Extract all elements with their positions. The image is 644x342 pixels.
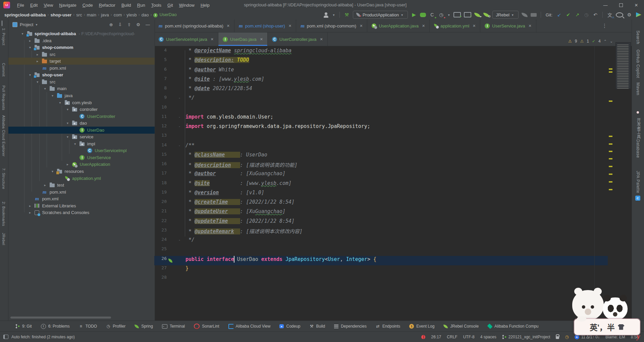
line-number[interactable]: 6	[154, 67, 167, 72]
close-icon[interactable]: ✕	[320, 37, 323, 42]
minimize-button[interactable]: —	[598, 0, 613, 10]
code-line-28[interactable]: 28	[154, 275, 608, 284]
chevron-right-icon[interactable]: ▸	[42, 183, 48, 187]
weak-warning-icon[interactable]: ⚠	[580, 39, 584, 44]
breadcrumb-shop-user[interactable]: shop-user	[49, 12, 73, 17]
tree-row-impl[interactable]: ▾impl	[8, 140, 155, 147]
git-push-icon[interactable]: ↗	[574, 11, 580, 18]
tree-row-application-yml[interactable]: application.yml	[8, 175, 155, 182]
tab-pom-xml-shop-user[interactable]: mpom.xml (shop-user)✕	[234, 19, 296, 32]
hotswap-run-icon[interactable]: ▸	[453, 12, 461, 17]
tab-pom-xml-springcloud-alibaba[interactable]: mpom.xml (springcloud-alibaba)✕	[154, 19, 234, 32]
toolwindow-button-terminal[interactable]: >Terminal	[162, 324, 185, 329]
chevron-right-icon[interactable]: ▸	[27, 211, 33, 214]
readonly-toggle[interactable]	[556, 335, 559, 339]
tree-row-main[interactable]: ▾main	[8, 85, 155, 92]
breadcrumb-java[interactable]: java	[99, 12, 111, 17]
fold-marker-icon[interactable]: ˆ	[176, 123, 183, 133]
toolwindow-button-codeup[interactable]: ▸Codeup	[279, 324, 300, 329]
close-icon[interactable]: ✕	[260, 37, 263, 42]
chevron-right-icon[interactable]: ▸	[27, 39, 33, 43]
toolwindow-button-build[interactable]: ⚒Build	[310, 324, 325, 329]
warning-icon[interactable]: ⚠	[568, 39, 572, 44]
close-button[interactable]: ✕	[629, 0, 644, 10]
expand-all-icon[interactable]: ⇩	[118, 22, 122, 27]
code-line-8[interactable]: 8 * @date 2022/1/228:54	[154, 85, 608, 95]
menu-refactor[interactable]: Refactor	[96, 3, 118, 8]
settings-icon[interactable]: ⚙	[626, 11, 632, 18]
translate-icon[interactable]: 文A	[607, 11, 613, 18]
fold-marker-icon[interactable]: ˆ	[176, 237, 183, 246]
line-number[interactable]: 16	[154, 161, 167, 166]
menu-help[interactable]: Help	[198, 3, 213, 8]
close-icon[interactable]: ✕	[360, 24, 363, 28]
breadcrumb-ylesb[interactable]: ylesb	[125, 12, 138, 17]
toolwindow-button-alibaba-cloud-view[interactable]: Alibaba Cloud View	[228, 324, 271, 329]
toolwindow-button-dependencies[interactable]: Dependencies	[334, 324, 367, 329]
tree-row-userdao[interactable]: IUserDao	[8, 127, 155, 134]
jrebel-combo[interactable]: JRebel▾	[492, 11, 518, 19]
chevron-down-icon[interactable]: ▾	[20, 32, 25, 36]
fold-marker-icon[interactable]: ˇ	[176, 142, 183, 152]
stripe-item-pull-requests[interactable]: Pull Requests	[2, 85, 6, 110]
code-line-6[interactable]: 6 * @author White	[154, 67, 608, 76]
code-line-22[interactable]: 22 * @updateTime : [2022/1/22 8:54]	[154, 218, 608, 227]
stripe-item-jrebel[interactable]: JRebel	[2, 233, 6, 245]
tab-userapplication-java[interactable]: UserApplication.java✕	[367, 19, 430, 32]
line-number[interactable]: 5	[154, 57, 167, 62]
stop-disabled-icon[interactable]	[531, 13, 537, 17]
toolwindow-button-spring[interactable]: Spring	[135, 324, 153, 329]
chevron-right-icon[interactable]: ▸	[65, 162, 70, 166]
close-icon[interactable]: ✕	[227, 24, 230, 28]
locate-icon[interactable]: ⊕	[109, 22, 113, 27]
code-line-9[interactable]: 9ˆ */	[154, 95, 608, 104]
tree-row-external-libraries[interactable]: ▸External Libraries	[8, 202, 155, 209]
horizontal-scrollbar[interactable]	[10, 317, 111, 319]
toolwindow-button-6-problems[interactable]: !6: Problems	[41, 324, 70, 329]
menu-edit[interactable]: Edit	[27, 3, 41, 8]
tree-row-java[interactable]: ▾java	[8, 92, 155, 99]
code-line-26[interactable]: 26public interface UserDao extends JpaRe…	[154, 256, 608, 265]
stripe-item-开发者工具[interactable]: 开发者工具	[636, 118, 641, 139]
user-caret-icon[interactable]: ▾	[332, 11, 335, 18]
toolwindow-button-profiler[interactable]: ◷Profiler	[106, 324, 125, 329]
tree-row-usercontroller[interactable]: CUserController	[8, 113, 155, 120]
line-number[interactable]: 17	[154, 170, 167, 176]
code-line-24[interactable]: 24ˆ */	[154, 237, 608, 246]
rollback-icon[interactable]: ↶	[592, 11, 598, 18]
code-line-21[interactable]: 21 * @updateUser : [XuGuangchao]	[154, 208, 608, 218]
toolwindow-button-event-log[interactable]: 1Event Log	[409, 324, 434, 329]
code-line-27[interactable]: 27}	[154, 265, 608, 275]
sonarlint-status-icon[interactable]	[421, 335, 425, 339]
chevron-right-icon[interactable]: ▸	[27, 204, 33, 208]
prev-problem-icon[interactable]: ⌃	[604, 39, 607, 44]
code-line-20[interactable]: 20 * @createTime : [2022/1/22 8:54]	[154, 199, 608, 208]
breadcrumb-springcloud-alibaba[interactable]: springcloud-alibaba	[3, 12, 48, 17]
tree-row-resources[interactable]: ▾resources	[8, 168, 155, 175]
stripe-item-alibaba-cloud-explorer[interactable]: Alibaba Cloud Explorer	[2, 115, 6, 157]
chevron-down-icon[interactable]: ▾	[35, 80, 40, 84]
tree-row-pom-xml[interactable]: mpom.xml	[8, 195, 155, 202]
git-update-icon[interactable]: ↙	[556, 11, 562, 18]
menu-tools[interactable]: Tools	[148, 3, 164, 8]
menu-git[interactable]: Git	[164, 3, 176, 8]
code-line-7[interactable]: 7 * @site : [www.ylesb.com]	[154, 76, 608, 85]
code-line-12[interactable]: 12ˆimport org.springframework.data.jpa.r…	[154, 123, 608, 133]
stripe-item-commit[interactable]: Commit	[2, 63, 6, 77]
tab-userservice-java[interactable]: IUserService.java✕	[480, 19, 536, 32]
close-icon[interactable]: ✕	[529, 24, 532, 28]
fold-marker-icon[interactable]: ˆ	[176, 95, 183, 104]
coverage-icon[interactable]: C▸	[429, 11, 435, 18]
code-line-16[interactable]: 16 * @description : [描述说明该类的功能]	[154, 161, 608, 170]
chevron-down-icon[interactable]: ▾	[42, 87, 48, 90]
git-commit-icon[interactable]: ✔	[565, 11, 571, 18]
line-number[interactable]: 11	[154, 114, 167, 119]
chevron-right-icon[interactable]: ▸	[35, 59, 40, 63]
menu-view[interactable]: View	[41, 3, 56, 8]
tree-row-controller[interactable]: ▾controller	[8, 106, 155, 113]
collapse-all-icon[interactable]: ⇧	[127, 22, 131, 27]
minimap[interactable]	[616, 43, 631, 89]
code-line-10[interactable]: 10	[154, 105, 608, 114]
tree-row-userserviceimpl[interactable]: CUserServiceImpl	[8, 147, 155, 154]
line-number[interactable]: 21	[154, 208, 167, 213]
